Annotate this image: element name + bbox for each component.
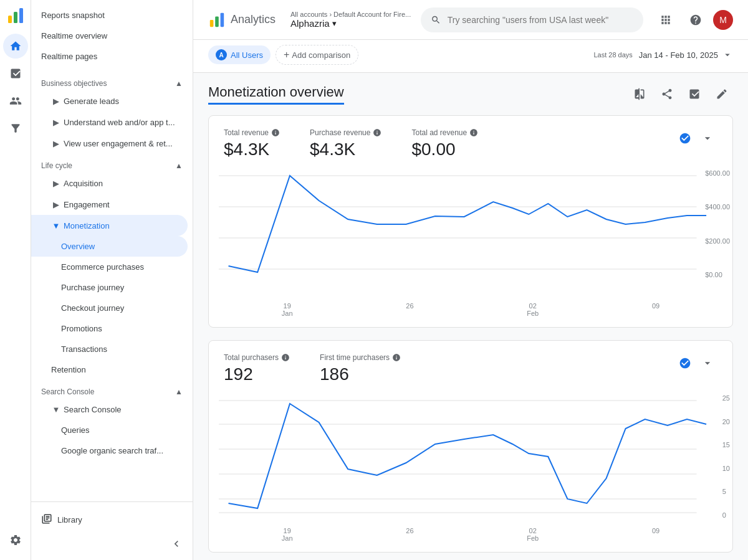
sidebar-item-promotions[interactable]: Promotions [31,318,188,339]
date-range-selector[interactable]: Last 28 days Jan 14 - Feb 10, 2025 [593,49,733,60]
section-business-objectives[interactable]: Business objectives ▲ [31,72,193,90]
sidebar-item-reports-snapshot[interactable]: Reports snapshot [31,5,188,26]
info-icon-total-revenue[interactable] [271,128,280,137]
info-icon-purchase-revenue[interactable] [373,128,381,137]
arrow-right-icon: ▶ [51,117,61,127]
arrow-right-icon: ▶ [51,199,61,209]
sidebar-item-ecommerce-purchases[interactable]: Ecommerce purchases [31,257,188,277]
sidebar-item-checkout-journey[interactable]: Checkout journey [31,298,188,318]
sidebar-item-acquisition[interactable]: ▶ Acquisition [31,173,188,194]
info-icon-total-ad-revenue[interactable] [469,128,478,137]
card-more-icon-btn[interactable] [698,128,717,148]
section-search-console[interactable]: Search Console ▲ [31,380,193,399]
purchasers-chart-area: 25 20 15 10 5 0 19Jan 26 02Feb 09 [209,394,732,552]
svg-rect-3 [210,20,214,27]
section-life-cycle[interactable]: Life cycle ▲ [31,154,193,173]
insights-btn[interactable] [683,83,706,105]
metric-total-ad-revenue-value: $0.00 [411,140,478,159]
sidebar-item-retention[interactable]: Retention [31,359,188,380]
chevron-down-icon[interactable]: ▾ [332,19,337,28]
purchasers-card: Total purchasers 192 First time purchase… [208,340,733,553]
arrow-right-icon: ▶ [51,178,61,188]
card2-more-icon-btn[interactable] [698,353,717,373]
topbar: Analytics All accounts › Default Account… [193,0,748,40]
metric-total-ad-revenue: Total ad revenue $0.00 [411,128,478,159]
search-input[interactable] [448,15,633,25]
nav-funnel-btn[interactable] [3,116,28,141]
share-btn[interactable] [656,83,678,105]
sidebar-item-queries[interactable]: Queries [31,420,188,440]
app-logo[interactable] [6,6,25,25]
metric-total-ad-revenue-label: Total ad revenue [411,128,478,137]
sidebar-item-reports-snapshot-label: Reports snapshot [41,11,105,20]
chip-avatar: A [216,49,227,60]
sidebar: Reports snapshot Realtime overview Realt… [31,0,193,560]
search-bar[interactable] [421,7,643,32]
metric-purchase-revenue-value: $4.3K [310,140,381,159]
metric-first-time-purchasers-value: 186 [320,364,401,384]
search-console-items: ▼ Search Console Queries Google organic … [31,399,193,461]
sidebar-item-realtime-pages[interactable]: Realtime pages [31,46,188,67]
breadcrumb-text: All accounts › Default Account for Fire.… [290,11,411,18]
arrow-down-icon: ▼ [51,221,61,230]
svg-rect-5 [221,12,224,26]
sidebar-item-google-organic-search[interactable]: Google organic search traf... [31,440,188,461]
add-comparison-label: Add comparison [292,50,350,60]
cards-area: Total revenue $4.3K Purchase revenue $4.… [193,105,748,560]
sidebar-item-view-user-engagement[interactable]: ▶ View user engagement & ret... [31,133,188,154]
sidebar-item-library[interactable]: Library [31,507,193,533]
chevron-up-icon-sc: ▲ [175,387,183,396]
sidebar-footer: Library [31,501,193,560]
svg-rect-4 [215,16,219,27]
sidebar-item-transactions[interactable]: Transactions [31,339,188,359]
sidebar-item-realtime-overview[interactable]: Realtime overview [31,26,188,46]
nav-people-btn[interactable] [3,88,28,113]
sidebar-item-understand-web[interactable]: ▶ Understand web and/or app t... [31,112,188,133]
info-icon-total-purchasers[interactable] [281,353,290,362]
nav-chart-btn[interactable] [3,61,28,86]
nav-home-btn[interactable] [3,34,28,59]
metric-first-time-purchasers-label: First time purchasers [320,353,401,362]
purchasers-metrics: Total purchasers 192 First time purchase… [209,341,732,394]
page-title-area: Monetization overview [193,73,748,105]
info-icon-first-time[interactable] [392,353,401,362]
sidebar-item-purchase-journey[interactable]: Purchase journey [31,277,188,298]
metric-total-revenue-label: Total revenue [224,128,280,137]
nav-settings-btn[interactable] [3,528,28,553]
sidebar-item-realtime-overview-label: Realtime overview [41,31,107,40]
apps-icon-btn[interactable] [653,7,678,32]
sidebar-item-engagement[interactable]: ▶ Engagement [31,194,188,215]
add-comparison-btn[interactable]: + Add comparison [276,45,358,65]
app-name-label: Analytics [231,13,276,26]
business-objectives-items: ▶ Generate leads ▶ Understand web and/or… [31,90,193,154]
svg-rect-0 [8,16,12,23]
user-avatar[interactable]: M [713,10,733,30]
sidebar-item-search-console[interactable]: ▼ Search Console [31,399,188,420]
compare-view-btn[interactable] [628,83,651,105]
revenue-y-labels: $600.00 $400.00 $200.00 $0.00 [705,169,730,278]
card2-complete-icon-btn[interactable] [675,353,695,373]
date-range-prefix: Last 28 days [593,51,632,59]
sidebar-collapse-btn[interactable] [31,533,193,555]
filter-bar: A All Users + Add comparison Last 28 day… [193,40,748,73]
purchasers-chart-svg [219,394,722,531]
chevron-up-icon: ▲ [175,79,183,88]
help-icon-btn[interactable] [683,7,708,32]
chevron-up-icon-lifecycle: ▲ [175,161,183,170]
purchasers-card-actions [675,353,717,373]
sidebar-item-monetization[interactable]: ▼ Monetization [31,215,188,236]
card-complete-icon-btn[interactable] [675,128,695,148]
chevron-down-date-icon [722,49,733,60]
arrow-right-icon: ▶ [51,96,61,106]
main-wrapper: Analytics All accounts › Default Account… [193,0,748,560]
analytics-logo [208,11,226,29]
date-range-value: Jan 14 - Feb 10, 2025 [639,50,718,60]
all-users-chip[interactable]: A All Users [208,45,271,64]
metric-total-purchasers: Total purchasers 192 [224,353,290,384]
svg-rect-1 [14,12,17,23]
edit-btn[interactable] [711,83,733,105]
metric-first-time-purchasers: First time purchasers 186 [320,353,401,384]
sidebar-item-overview[interactable]: Overview [31,236,188,257]
library-label: Library [57,515,82,524]
sidebar-item-generate-leads[interactable]: ▶ Generate leads [31,90,188,112]
